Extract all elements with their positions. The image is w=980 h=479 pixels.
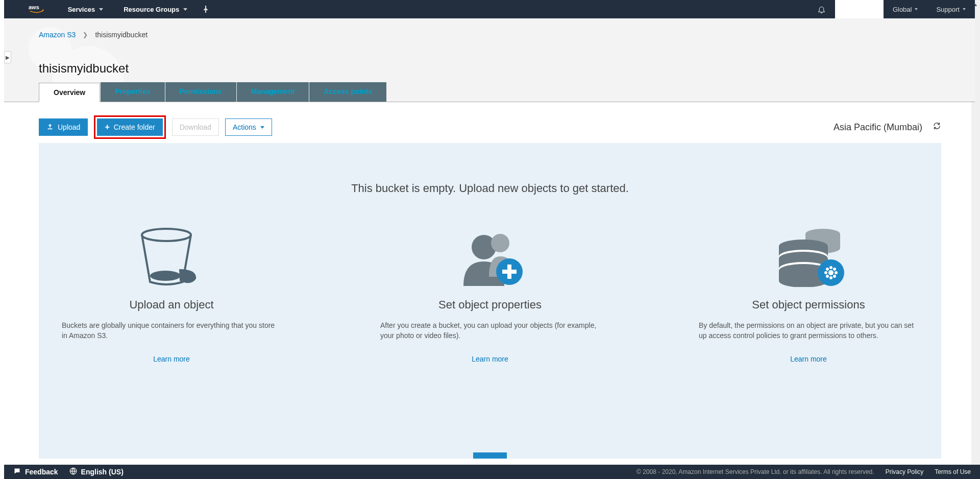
svg-text:aws: aws xyxy=(29,4,39,10)
svg-rect-7 xyxy=(502,270,517,274)
tab-overview[interactable]: Overview xyxy=(39,83,100,102)
people-plus-icon xyxy=(449,226,531,287)
breadcrumb-current: thisismyidbucket xyxy=(95,31,148,39)
console-footer: Feedback English (US) © 2008 - 2020, Ama… xyxy=(4,465,980,479)
svg-point-30 xyxy=(833,268,836,271)
database-gear-icon xyxy=(768,226,849,287)
nav-support[interactable]: Support xyxy=(927,0,975,18)
card-object-permissions: Set object permissions By default, the p… xyxy=(699,226,918,364)
nav-pin-shortcut[interactable] xyxy=(203,6,209,13)
caret-down-icon xyxy=(260,126,264,129)
svg-point-29 xyxy=(826,275,829,278)
tab-properties[interactable]: Properties xyxy=(101,82,164,102)
card-object-properties: Set object properties After you create a… xyxy=(380,226,600,364)
language-label: English (US) xyxy=(81,468,124,476)
bell-icon xyxy=(817,5,826,14)
svg-point-31 xyxy=(826,268,829,271)
globe-icon xyxy=(69,467,77,476)
actions-label: Actions xyxy=(233,123,256,131)
account-menu[interactable] xyxy=(835,0,884,18)
card-body: After you create a bucket, you can uploa… xyxy=(380,321,600,341)
create-folder-label: Create folder xyxy=(114,123,155,131)
upload-button[interactable]: Upload xyxy=(39,118,88,136)
card-body: By default, the permissions on an object… xyxy=(699,321,918,341)
download-button: Download xyxy=(172,118,219,136)
nav-resource-groups[interactable]: Resource Groups xyxy=(124,6,187,13)
chat-icon xyxy=(13,467,21,476)
card-heading: Set object permissions xyxy=(699,298,918,312)
nav-services-label: Services xyxy=(68,6,95,13)
caret-down-icon xyxy=(915,8,918,10)
page-title: thisismyidbucket xyxy=(39,61,129,76)
svg-point-2 xyxy=(150,271,181,281)
download-label: Download xyxy=(180,123,211,131)
caret-down-icon xyxy=(99,8,103,11)
svg-point-4 xyxy=(491,234,509,252)
svg-point-28 xyxy=(833,275,836,278)
feedback-button[interactable]: Feedback xyxy=(13,467,58,476)
caret-down-icon xyxy=(963,8,966,10)
nav-resource-groups-label: Resource Groups xyxy=(124,6,179,13)
card-upload-object: Upload an object Buckets are globally un… xyxy=(62,226,281,364)
region-indicator: Asia Pacific (Mumbai) xyxy=(834,122,941,133)
tabs: Overview Properties Permissions Manageme… xyxy=(39,82,387,102)
svg-point-26 xyxy=(829,276,832,279)
caret-down-icon xyxy=(183,8,187,11)
empty-title: This bucket is empty. Upload new objects… xyxy=(39,182,941,195)
nav-region[interactable]: Global xyxy=(884,0,927,18)
card-heading: Set object properties xyxy=(380,298,600,312)
feedback-label: Feedback xyxy=(25,468,58,476)
svg-point-27 xyxy=(829,266,832,269)
svg-point-25 xyxy=(824,271,827,274)
partial-button[interactable] xyxy=(473,452,507,459)
learn-more-link[interactable]: Learn more xyxy=(790,355,827,363)
card-heading: Upload an object xyxy=(62,298,281,312)
plus-icon: + xyxy=(105,123,109,132)
card-body: Buckets are globally unique containers f… xyxy=(62,321,281,341)
learn-more-link[interactable]: Learn more xyxy=(472,355,508,363)
nav-support-label: Support xyxy=(936,6,960,13)
bucket-icon xyxy=(131,226,212,287)
notifications-button[interactable] xyxy=(808,0,835,18)
nav-region-label: Global xyxy=(893,6,912,13)
bucket-toolbar: Upload + Create folder Download Actions … xyxy=(39,118,941,136)
empty-bucket-panel: This bucket is empty. Upload new objects… xyxy=(39,143,941,459)
upload-label: Upload xyxy=(58,123,80,131)
refresh-icon xyxy=(933,122,941,130)
actions-dropdown[interactable]: Actions xyxy=(225,118,272,136)
aws-logo[interactable]: aws xyxy=(29,4,47,15)
breadcrumb-root[interactable]: Amazon S3 xyxy=(39,31,76,39)
region-label: Asia Pacific (Mumbai) xyxy=(834,122,922,133)
privacy-link[interactable]: Privacy Policy xyxy=(886,468,924,475)
side-panel-expand[interactable]: ▶ xyxy=(4,51,11,63)
svg-point-24 xyxy=(835,271,838,274)
svg-point-1 xyxy=(142,229,191,241)
upload-icon xyxy=(46,123,54,132)
learn-more-link[interactable]: Learn more xyxy=(153,355,190,363)
tab-access-points[interactable]: Access points xyxy=(309,82,386,102)
page-header: Amazon S3 ❯ thisismyidbucket thisismyidb… xyxy=(4,18,975,102)
empty-cards: Upload an object Buckets are globally un… xyxy=(39,195,941,364)
highlight-annotation: + Create folder xyxy=(94,115,165,139)
language-selector[interactable]: English (US) xyxy=(69,467,124,476)
nav-services[interactable]: Services xyxy=(68,6,104,13)
pin-icon xyxy=(203,6,209,13)
copyright: © 2008 - 2020, Amazon Internet Services … xyxy=(636,468,874,475)
refresh-button[interactable] xyxy=(933,122,941,133)
chevron-right-icon: ❯ xyxy=(83,31,88,38)
aws-top-nav: aws Services Resource Groups Global Supp… xyxy=(4,0,975,18)
create-folder-button[interactable]: + Create folder xyxy=(97,118,162,136)
tab-permissions[interactable]: Permissions xyxy=(165,82,236,102)
tab-management[interactable]: Management xyxy=(237,82,309,102)
svg-point-23 xyxy=(828,270,834,275)
breadcrumb: Amazon S3 ❯ thisismyidbucket xyxy=(39,31,148,39)
terms-link[interactable]: Terms of Use xyxy=(935,468,971,475)
